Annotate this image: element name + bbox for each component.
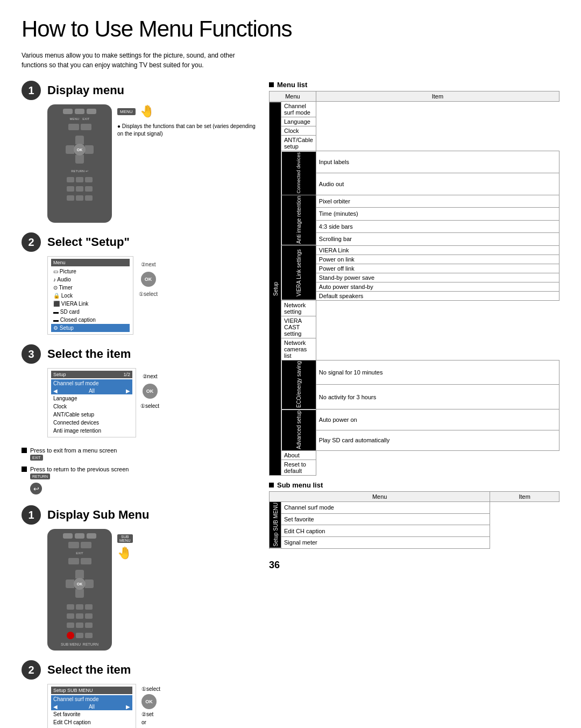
sub-item-signal: Signal meter — [281, 536, 490, 548]
col-menu: Menu — [270, 91, 316, 102]
item-viera-link: VIERA Link — [316, 245, 559, 255]
item-power-on-link: Power on link — [316, 255, 559, 264]
return-icon: ↩ — [30, 483, 42, 494]
table-row: Setup Channel surf mode — [270, 102, 559, 117]
item-input-labels: Input labels — [316, 151, 559, 173]
item-no-activity: No activity for 3 hours — [316, 385, 559, 409]
sub-item-edit-ch: Edit CH caption — [281, 525, 490, 537]
sub-col-item: Item — [490, 491, 559, 501]
sub-arrow-set: ②set — [141, 711, 153, 717]
hand-pointer-icon: 🤚 — [140, 104, 154, 118]
item-cell-ant: ANT/Cable setup — [281, 136, 316, 151]
step2-circle: 2 — [22, 232, 41, 252]
step3-item-connected: Connected devices — [51, 419, 132, 427]
table-row: ANT/Cable setup — [270, 136, 559, 151]
step3-circle: 3 — [22, 344, 41, 364]
sub-step2-menu: Setup SUB MENU Channel surf mode ◀All▶ S… — [47, 684, 136, 728]
menu-item-sdcard: ▬ SD card — [51, 308, 130, 316]
sub-ok-btn[interactable]: OK — [141, 694, 157, 709]
exit-note: Press to exit from a menu screen EXIT — [22, 447, 258, 462]
step1-bullet: ● Displays the functions that can be set… — [117, 123, 258, 138]
step2-title: Select "Setup" — [47, 235, 130, 249]
hand-icon2: 🤚 — [117, 546, 133, 560]
menu-list-table: Menu Item Setup Channel surf mode Langua… — [269, 91, 559, 476]
sub-menu-header: Setup SUB MENU — [51, 687, 132, 694]
sub-step1-block: 1 Display Sub Menu — [22, 505, 258, 651]
step3-menu-header: Setup1/2 — [51, 371, 132, 378]
menu-item-setup: ⚙ Setup — [51, 324, 130, 332]
step3-block: 3 Select the item Setup1/2 Channel surf … — [22, 344, 258, 437]
sub-item-channel: Channel surf mode — [281, 501, 490, 513]
group-advanced: Advanced setup — [281, 409, 316, 451]
side-notes: Press to exit from a menu screen EXIT Pr… — [22, 447, 258, 494]
item-network-cameras: Network cameras list — [281, 338, 316, 360]
page-title: How to Use Menu Functions — [22, 16, 559, 42]
sub-step1-circle: 1 — [22, 505, 41, 525]
table-row: VIERA CAST setting — [270, 316, 559, 338]
table-row: Language — [270, 117, 559, 126]
item-viera-cast: VIERA CAST setting — [281, 316, 316, 338]
bullet-square2 — [22, 467, 27, 472]
item-time-minutes: Time (minutes) — [316, 208, 559, 220]
group-connected: Connected devices — [281, 151, 316, 195]
sub-step2-block: 2 Select the item Setup SUB MENU Channel… — [22, 660, 258, 728]
sub-menu-section: 1 Display Sub Menu — [22, 505, 258, 728]
item-cell-channel-surf: Channel surf mode — [281, 102, 316, 117]
sub-item-channel: Channel surf mode — [51, 695, 132, 703]
setup-label-cell: Setup — [270, 102, 281, 476]
step3-arrow-select: ①select — [140, 403, 159, 409]
item-play-sd: Play SD card automatically — [316, 430, 559, 450]
col-item: Item — [316, 91, 559, 102]
menu-list-title: Menu list — [269, 81, 559, 89]
sub-remote: EXIT — [47, 529, 112, 651]
exit-button-label: EXIT — [30, 455, 43, 461]
menu-item-timer: ⊙ Timer — [51, 284, 130, 292]
step3-item-lang: Language — [51, 394, 132, 402]
group-anti-image: Anti image retention — [281, 195, 316, 245]
group-viera-link: VIERA Link settings — [281, 245, 316, 300]
menu-list-bullet — [269, 82, 274, 87]
right-column: Menu list Menu Item Setup Channel surf m… — [269, 81, 559, 728]
remote-display: MENUEXIT OK — [47, 104, 112, 223]
step2-block: 2 Select "Setup" Menu ▭ Picture ♪ Audio … — [22, 232, 258, 335]
step1-block: 1 Display menu MENUEXIT — [22, 81, 258, 223]
step3-title: Select the item — [47, 347, 131, 361]
table-row: Network setting — [270, 300, 559, 316]
menu-btn-label: MENU — [117, 108, 136, 115]
item-scrolling-bar: Scrolling bar — [316, 233, 559, 246]
menu-item-lock: 🔒 Lock — [51, 292, 130, 300]
table-row: Advanced setup Auto power on — [270, 409, 559, 430]
item-audio-out: Audio out — [316, 173, 559, 195]
sub-menu-btn: SUBMENU — [117, 534, 133, 543]
arrow-next-label: ②next — [141, 261, 156, 267]
sub-step1-title: Display Sub Menu — [47, 508, 149, 522]
item-pixel-orbiter: Pixel orbiter — [316, 195, 559, 207]
return-note-text: Press to return to the previous screen — [30, 466, 129, 472]
sub-table-row: Setup SUB MENU Channel surf mode — [270, 501, 559, 513]
sub-step2-circle: 2 — [22, 660, 41, 680]
sub-table-row: Edit CH caption — [270, 525, 559, 537]
item-network-setting: Network setting — [281, 300, 316, 316]
step3-ok-btn[interactable]: OK — [143, 384, 158, 399]
step2-menu-header: Menu — [51, 259, 130, 266]
sub-item-edit: Edit CH caption — [51, 718, 132, 726]
table-row: About — [270, 450, 559, 460]
item-cell-language: Language — [281, 117, 316, 126]
sub-subitem-all: ◀All▶ — [51, 703, 132, 710]
sub-item-fav: Set favorite — [281, 513, 490, 525]
return-note: Press to return to the previous screen R… — [22, 466, 258, 494]
item-cell-clock: Clock — [281, 126, 316, 136]
step2-menu-screenshot: Menu ▭ Picture ♪ Audio ⊙ Timer 🔒 Lock ⬛ … — [47, 256, 133, 335]
sub-arrow-select: ①select — [141, 686, 160, 692]
sub-col-menu: Menu — [270, 491, 490, 501]
return-button-label: RETURN — [30, 473, 50, 479]
menu-item-viera: ⬛ VIERA Link — [51, 300, 130, 308]
menu-item-cc: ▬ Closed caption — [51, 316, 130, 324]
sub-table-row: Signal meter — [270, 536, 559, 548]
sub-setup-label: Setup SUB MENU — [270, 501, 281, 548]
sub-arrow-or: or — [141, 719, 146, 725]
sub-step2-title: Select the item — [47, 663, 131, 677]
step3-item-clock: Clock — [51, 402, 132, 411]
ok-btn[interactable]: OK — [141, 272, 156, 287]
bullet-square — [22, 448, 27, 453]
